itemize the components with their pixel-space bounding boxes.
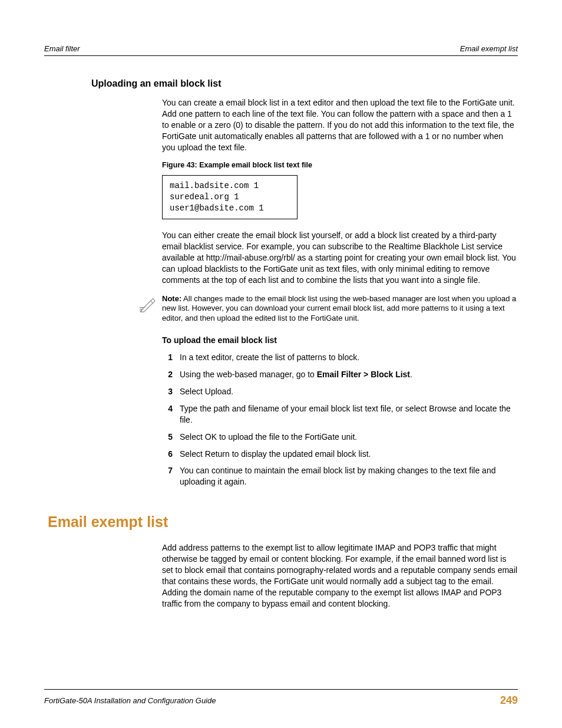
footer-title: FortiGate-50A Installation and Configura… <box>44 696 216 705</box>
step-number: 3 <box>156 386 173 397</box>
list-item: 6Select Return to display the updated em… <box>156 449 518 460</box>
header-right: Email exempt list <box>460 44 518 53</box>
list-item: 4Type the path and filename of your emai… <box>156 403 518 426</box>
paragraph-exempt: Add address patterns to the exempt list … <box>162 542 518 609</box>
page-header: Email filter Email exempt list <box>44 44 518 56</box>
page-number: 249 <box>500 694 518 707</box>
step-text: Type the path and filename of your email… <box>180 403 518 426</box>
step-number: 1 <box>156 352 173 363</box>
step-text: You can continue to maintain the email b… <box>180 465 518 487</box>
procedure-steps: 1In a text editor, create the list of pa… <box>156 352 518 487</box>
step-number: 5 <box>156 431 173 443</box>
note-icon <box>138 295 156 315</box>
step-text: In a text editor, create the list of pat… <box>180 352 518 363</box>
step-number: 4 <box>156 403 173 426</box>
code-block-example: mail.badsite.com 1 suredeal.org 1 user1@… <box>162 175 297 219</box>
note-block: Note: All changes made to the email bloc… <box>138 294 518 324</box>
list-item: 5Select OK to upload the file to the For… <box>156 431 518 443</box>
list-item: 1In a text editor, create the list of pa… <box>156 352 518 363</box>
header-left: Email filter <box>44 44 80 53</box>
note-label: Note: <box>162 294 181 303</box>
step-number: 6 <box>156 449 173 460</box>
list-item: 3Select Upload. <box>156 386 518 397</box>
step-number: 2 <box>156 369 173 380</box>
step-text: Select Upload. <box>180 386 518 397</box>
paragraph-blacklist: You can either create the email block li… <box>162 230 518 285</box>
step-text: Select OK to upload the file to the Fort… <box>180 431 518 443</box>
step-number: 7 <box>156 465 173 487</box>
major-heading-exempt: Email exempt list <box>48 513 518 531</box>
note-body: All changes made to the email block list… <box>162 294 516 323</box>
list-item: 2Using the web-based manager, go to Emai… <box>156 369 518 380</box>
paragraph-intro: You can create a email block list in a t… <box>162 97 518 153</box>
step-text: Using the web-based manager, go to Email… <box>180 369 518 380</box>
procedure-heading: To upload the email block list <box>162 335 518 345</box>
note-text: Note: All changes made to the email bloc… <box>162 294 518 324</box>
figure-caption: Figure 43: Example email block list text… <box>162 161 518 169</box>
step-text: Select Return to display the updated ema… <box>180 449 518 460</box>
section-heading-uploading: Uploading an email block list <box>91 78 518 89</box>
page-footer: FortiGate-50A Installation and Configura… <box>44 689 518 707</box>
list-item: 7You can continue to maintain the email … <box>156 465 518 487</box>
